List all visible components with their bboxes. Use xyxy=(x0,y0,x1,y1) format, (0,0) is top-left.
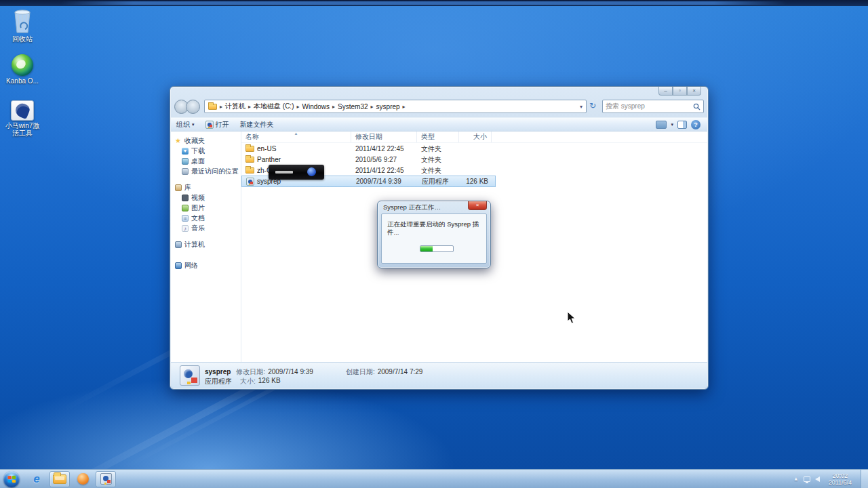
open-label: 打开 xyxy=(216,118,229,131)
folder-icon xyxy=(208,104,217,110)
desktop-icon xyxy=(182,158,189,165)
music-label: 音乐 xyxy=(191,224,205,232)
details-file-type: 应用程序 xyxy=(205,377,232,386)
desktop-icon-label: 小马win7激活工具 xyxy=(3,122,42,137)
sysprep-large-icon xyxy=(180,365,200,386)
file-type: 文件夹 xyxy=(417,165,459,176)
star-icon: ★ xyxy=(175,138,182,144)
breadcrumb-system32[interactable]: System32 xyxy=(336,103,370,110)
green-swirl-icon xyxy=(12,54,33,76)
volume-tray-icon[interactable] xyxy=(815,476,820,482)
sort-ascending-icon: ▲ xyxy=(294,131,298,136)
sidebar-item-downloads[interactable]: ▼ 下载 xyxy=(171,146,241,156)
system-tray: ▲ 20:02 2011/6/4 xyxy=(793,470,868,488)
progress-bar-fill xyxy=(420,246,433,251)
sidebar-favorites[interactable]: ★ 收藏夹 xyxy=(171,136,241,146)
file-type: 文件夹 xyxy=(417,155,459,165)
desktop-icon-kanba[interactable]: Kanba O... xyxy=(1,54,43,85)
search-box[interactable]: 搜索 sysprep xyxy=(602,100,704,113)
file-name: en-US xyxy=(257,144,276,154)
taskbar-item-explorer[interactable] xyxy=(50,471,70,487)
created-label: 创建日期: xyxy=(346,367,375,377)
video-osd-overlay xyxy=(269,165,324,180)
breadcrumb-windows[interactable]: Windows xyxy=(300,103,332,110)
refresh-button[interactable]: ↻ xyxy=(587,100,599,113)
recent-places-label: 最近访问的位置 xyxy=(191,167,239,176)
computer-label: 计算机 xyxy=(184,240,205,249)
address-bar[interactable]: ▸ 计算机 ▸ 本地磁盘 (C:) ▸ Windows ▸ System32 ▸… xyxy=(204,100,587,113)
sidebar-item-music[interactable]: ♪ 音乐 xyxy=(171,223,241,233)
folder-icon xyxy=(245,146,254,152)
sidebar-item-videos[interactable]: 视频 xyxy=(171,192,241,203)
breadcrumb-chevron-icon: ▸ xyxy=(402,104,406,110)
command-bar-right: ▾ ? xyxy=(656,120,707,129)
show-desktop-button[interactable] xyxy=(861,470,868,488)
breadcrumb-local-disk[interactable]: 本地磁盘 (C:) xyxy=(252,102,296,111)
details-line-1: sysprep 修改日期: 2009/7/14 9:39 创建日期: 2009/… xyxy=(205,367,422,377)
minimize-button[interactable]: – xyxy=(658,87,673,96)
column-header-type[interactable]: 类型 xyxy=(417,131,459,142)
column-size-label: 大小 xyxy=(473,133,487,140)
open-app-icon xyxy=(205,121,214,129)
desktop-icon-recycle-bin[interactable]: 回收站 xyxy=(1,8,43,43)
column-header-size[interactable]: 大小 xyxy=(459,131,492,142)
column-header-date-modified[interactable]: 修改日期 xyxy=(351,131,417,142)
file-date: 2011/4/12 22:45 xyxy=(351,165,417,176)
preview-pane-button[interactable] xyxy=(677,121,687,129)
column-header-name[interactable]: ▲ 名称 xyxy=(241,131,351,142)
network-icon xyxy=(175,262,182,269)
sidebar-item-pictures[interactable]: 图片 xyxy=(171,203,241,213)
music-icon: ♪ xyxy=(182,225,189,232)
file-type: 文件夹 xyxy=(417,144,459,154)
documents-label: 文档 xyxy=(191,214,205,222)
start-button[interactable] xyxy=(3,471,20,487)
dialog-close-button[interactable]: × xyxy=(468,201,487,210)
taskbar-item-internet-explorer[interactable]: e xyxy=(26,471,47,487)
open-button[interactable]: 打开 xyxy=(200,118,235,131)
organize-menu[interactable]: 组织 ▾ xyxy=(171,118,200,131)
breadcrumb-sysprep[interactable]: sysprep xyxy=(374,103,402,110)
network-label: 网络 xyxy=(184,261,198,270)
maximize-button[interactable]: ▫ xyxy=(673,87,687,96)
sidebar-network[interactable]: 网络 xyxy=(171,260,241,270)
address-dropdown-icon[interactable]: ▾ xyxy=(578,104,585,110)
taskbar-clock[interactable]: 20:02 2011/6/4 xyxy=(825,472,856,486)
sidebar-item-documents[interactable]: ≡ 文档 xyxy=(171,213,241,223)
file-name: Panther xyxy=(257,155,281,165)
new-folder-button[interactable]: 新建文件夹 xyxy=(235,118,279,131)
sidebar-item-recent-places[interactable]: 最近访问的位置 xyxy=(171,166,241,176)
dialog-body: 正在处理重要启动的 Sysprep 插件... xyxy=(381,214,487,264)
sidebar-computer[interactable]: 计算机 xyxy=(171,239,241,249)
sysprep-app-icon xyxy=(100,473,112,485)
modified-value: 2009/7/14 9:39 xyxy=(268,368,313,375)
help-button[interactable]: ? xyxy=(691,120,701,129)
sidebar-item-desktop[interactable]: 桌面 xyxy=(171,156,241,166)
file-row-panther[interactable]: Panther 2010/5/6 9:27 文件夹 xyxy=(241,154,707,165)
folder-icon xyxy=(245,167,254,174)
osd-blue-orb-icon xyxy=(307,167,316,176)
change-view-button[interactable] xyxy=(656,121,667,129)
desktop-icon-activation-tool[interactable]: 小马win7激活工具 xyxy=(1,100,43,137)
folder-icon xyxy=(53,474,66,484)
breadcrumb-computer[interactable]: 计算机 xyxy=(223,102,248,111)
sysprep-dialog: Sysprep 正在工作… × 正在处理重要启动的 Sysprep 插件... xyxy=(377,201,491,268)
videos-icon xyxy=(182,195,189,201)
sidebar-libraries[interactable]: 库 xyxy=(171,182,241,192)
top-letterbox-strip xyxy=(0,0,868,6)
file-row-en-us[interactable]: en-US 2011/4/12 22:45 文件夹 xyxy=(241,143,707,154)
file-date: 2011/4/12 22:45 xyxy=(351,144,417,154)
taskbar-item-orange-app[interactable] xyxy=(73,471,93,487)
taskbar-item-sysprep[interactable] xyxy=(96,471,116,487)
chevron-down-icon: ▾ xyxy=(192,118,195,131)
videos-label: 视频 xyxy=(191,193,205,202)
forward-button[interactable] xyxy=(186,100,200,114)
desktop: 回收站 Kanba O... 小马win7激活工具 – ▫ × ▸ 计算机 ▸ … xyxy=(0,0,868,488)
show-hidden-icons-button[interactable]: ▲ xyxy=(793,476,799,482)
search-input[interactable]: 搜索 sysprep xyxy=(606,102,693,111)
chevron-down-icon[interactable]: ▾ xyxy=(671,122,673,127)
close-button[interactable]: × xyxy=(687,87,701,96)
dialog-message: 正在处理重要启动的 Sysprep 插件... xyxy=(387,220,482,237)
folder-icon xyxy=(245,157,254,163)
network-tray-icon[interactable] xyxy=(804,476,810,482)
column-headers: ▲ 名称 修改日期 类型 大小 xyxy=(241,131,707,143)
